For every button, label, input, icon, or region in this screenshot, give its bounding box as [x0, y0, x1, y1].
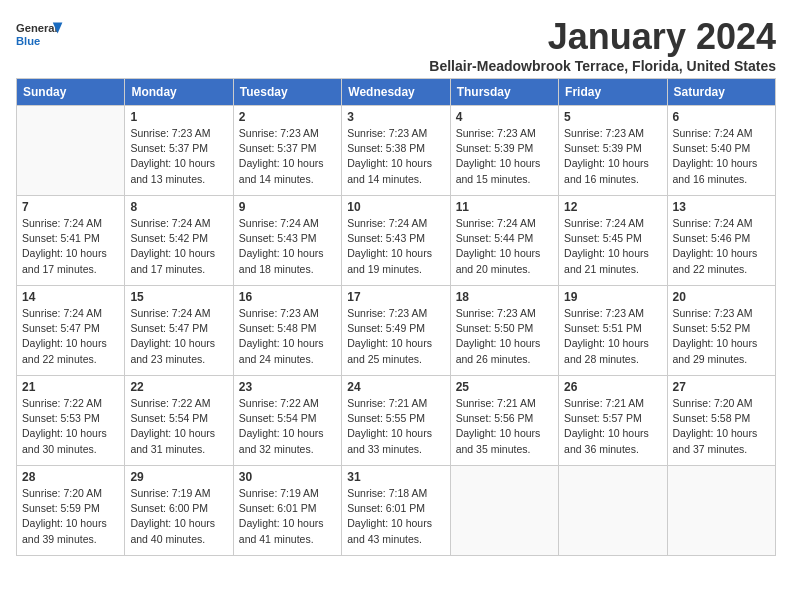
day-cell: 20Sunrise: 7:23 AM Sunset: 5:52 PM Dayli…: [667, 286, 775, 376]
day-info: Sunrise: 7:23 AM Sunset: 5:51 PM Dayligh…: [564, 306, 661, 367]
logo: General Blue: [16, 16, 64, 52]
day-cell: 4Sunrise: 7:23 AM Sunset: 5:39 PM Daylig…: [450, 106, 558, 196]
day-cell: 8Sunrise: 7:24 AM Sunset: 5:42 PM Daylig…: [125, 196, 233, 286]
day-cell: 10Sunrise: 7:24 AM Sunset: 5:43 PM Dayli…: [342, 196, 450, 286]
day-info: Sunrise: 7:18 AM Sunset: 6:01 PM Dayligh…: [347, 486, 444, 547]
day-number: 15: [130, 290, 227, 304]
day-info: Sunrise: 7:23 AM Sunset: 5:50 PM Dayligh…: [456, 306, 553, 367]
week-row-1: 1Sunrise: 7:23 AM Sunset: 5:37 PM Daylig…: [17, 106, 776, 196]
day-info: Sunrise: 7:23 AM Sunset: 5:38 PM Dayligh…: [347, 126, 444, 187]
calendar-table: SundayMondayTuesdayWednesdayThursdayFrid…: [16, 78, 776, 556]
day-info: Sunrise: 7:21 AM Sunset: 5:56 PM Dayligh…: [456, 396, 553, 457]
svg-text:General: General: [16, 22, 58, 34]
day-cell: [559, 466, 667, 556]
page-header: General Blue January 2024 Bellair-Meadow…: [16, 16, 776, 74]
day-cell: 21Sunrise: 7:22 AM Sunset: 5:53 PM Dayli…: [17, 376, 125, 466]
day-info: Sunrise: 7:23 AM Sunset: 5:48 PM Dayligh…: [239, 306, 336, 367]
day-number: 9: [239, 200, 336, 214]
logo-icon: General Blue: [16, 16, 64, 52]
day-info: Sunrise: 7:24 AM Sunset: 5:41 PM Dayligh…: [22, 216, 119, 277]
day-number: 17: [347, 290, 444, 304]
day-number: 19: [564, 290, 661, 304]
day-number: 27: [673, 380, 770, 394]
day-number: 14: [22, 290, 119, 304]
day-cell: 3Sunrise: 7:23 AM Sunset: 5:38 PM Daylig…: [342, 106, 450, 196]
day-number: 5: [564, 110, 661, 124]
day-info: Sunrise: 7:24 AM Sunset: 5:47 PM Dayligh…: [130, 306, 227, 367]
day-cell: 30Sunrise: 7:19 AM Sunset: 6:01 PM Dayli…: [233, 466, 341, 556]
day-number: 21: [22, 380, 119, 394]
day-info: Sunrise: 7:23 AM Sunset: 5:49 PM Dayligh…: [347, 306, 444, 367]
day-cell: 26Sunrise: 7:21 AM Sunset: 5:57 PM Dayli…: [559, 376, 667, 466]
day-cell: 27Sunrise: 7:20 AM Sunset: 5:58 PM Dayli…: [667, 376, 775, 466]
day-cell: 13Sunrise: 7:24 AM Sunset: 5:46 PM Dayli…: [667, 196, 775, 286]
day-number: 2: [239, 110, 336, 124]
day-info: Sunrise: 7:22 AM Sunset: 5:54 PM Dayligh…: [130, 396, 227, 457]
day-info: Sunrise: 7:19 AM Sunset: 6:00 PM Dayligh…: [130, 486, 227, 547]
day-info: Sunrise: 7:23 AM Sunset: 5:39 PM Dayligh…: [564, 126, 661, 187]
day-cell: 11Sunrise: 7:24 AM Sunset: 5:44 PM Dayli…: [450, 196, 558, 286]
day-info: Sunrise: 7:22 AM Sunset: 5:54 PM Dayligh…: [239, 396, 336, 457]
day-number: 10: [347, 200, 444, 214]
day-number: 3: [347, 110, 444, 124]
day-number: 6: [673, 110, 770, 124]
day-info: Sunrise: 7:21 AM Sunset: 5:57 PM Dayligh…: [564, 396, 661, 457]
day-number: 16: [239, 290, 336, 304]
day-number: 31: [347, 470, 444, 484]
day-number: 28: [22, 470, 119, 484]
day-cell: 16Sunrise: 7:23 AM Sunset: 5:48 PM Dayli…: [233, 286, 341, 376]
day-number: 29: [130, 470, 227, 484]
day-info: Sunrise: 7:24 AM Sunset: 5:45 PM Dayligh…: [564, 216, 661, 277]
day-number: 24: [347, 380, 444, 394]
day-info: Sunrise: 7:23 AM Sunset: 5:39 PM Dayligh…: [456, 126, 553, 187]
svg-text:Blue: Blue: [16, 35, 40, 47]
day-number: 25: [456, 380, 553, 394]
day-info: Sunrise: 7:23 AM Sunset: 5:52 PM Dayligh…: [673, 306, 770, 367]
day-number: 12: [564, 200, 661, 214]
day-info: Sunrise: 7:24 AM Sunset: 5:46 PM Dayligh…: [673, 216, 770, 277]
day-number: 1: [130, 110, 227, 124]
week-row-3: 14Sunrise: 7:24 AM Sunset: 5:47 PM Dayli…: [17, 286, 776, 376]
day-number: 30: [239, 470, 336, 484]
day-info: Sunrise: 7:24 AM Sunset: 5:40 PM Dayligh…: [673, 126, 770, 187]
weekday-header-saturday: Saturday: [667, 79, 775, 106]
day-cell: 2Sunrise: 7:23 AM Sunset: 5:37 PM Daylig…: [233, 106, 341, 196]
day-cell: 7Sunrise: 7:24 AM Sunset: 5:41 PM Daylig…: [17, 196, 125, 286]
month-title: January 2024: [429, 16, 776, 58]
weekday-header-row: SundayMondayTuesdayWednesdayThursdayFrid…: [17, 79, 776, 106]
day-cell: 14Sunrise: 7:24 AM Sunset: 5:47 PM Dayli…: [17, 286, 125, 376]
day-cell: 24Sunrise: 7:21 AM Sunset: 5:55 PM Dayli…: [342, 376, 450, 466]
week-row-4: 21Sunrise: 7:22 AM Sunset: 5:53 PM Dayli…: [17, 376, 776, 466]
day-info: Sunrise: 7:24 AM Sunset: 5:43 PM Dayligh…: [239, 216, 336, 277]
day-number: 4: [456, 110, 553, 124]
weekday-header-monday: Monday: [125, 79, 233, 106]
day-info: Sunrise: 7:23 AM Sunset: 5:37 PM Dayligh…: [239, 126, 336, 187]
day-number: 20: [673, 290, 770, 304]
day-info: Sunrise: 7:20 AM Sunset: 5:58 PM Dayligh…: [673, 396, 770, 457]
day-cell: 12Sunrise: 7:24 AM Sunset: 5:45 PM Dayli…: [559, 196, 667, 286]
title-block: January 2024 Bellair-Meadowbrook Terrace…: [429, 16, 776, 74]
weekday-header-sunday: Sunday: [17, 79, 125, 106]
day-info: Sunrise: 7:20 AM Sunset: 5:59 PM Dayligh…: [22, 486, 119, 547]
day-number: 13: [673, 200, 770, 214]
day-number: 7: [22, 200, 119, 214]
day-cell: 29Sunrise: 7:19 AM Sunset: 6:00 PM Dayli…: [125, 466, 233, 556]
weekday-header-tuesday: Tuesday: [233, 79, 341, 106]
day-cell: 9Sunrise: 7:24 AM Sunset: 5:43 PM Daylig…: [233, 196, 341, 286]
day-cell: [667, 466, 775, 556]
day-cell: 25Sunrise: 7:21 AM Sunset: 5:56 PM Dayli…: [450, 376, 558, 466]
subtitle: Bellair-Meadowbrook Terrace, Florida, Un…: [429, 58, 776, 74]
day-number: 8: [130, 200, 227, 214]
day-cell: 31Sunrise: 7:18 AM Sunset: 6:01 PM Dayli…: [342, 466, 450, 556]
day-cell: 1Sunrise: 7:23 AM Sunset: 5:37 PM Daylig…: [125, 106, 233, 196]
weekday-header-friday: Friday: [559, 79, 667, 106]
weekday-header-wednesday: Wednesday: [342, 79, 450, 106]
day-cell: 22Sunrise: 7:22 AM Sunset: 5:54 PM Dayli…: [125, 376, 233, 466]
day-info: Sunrise: 7:21 AM Sunset: 5:55 PM Dayligh…: [347, 396, 444, 457]
day-cell: 6Sunrise: 7:24 AM Sunset: 5:40 PM Daylig…: [667, 106, 775, 196]
day-number: 22: [130, 380, 227, 394]
day-number: 11: [456, 200, 553, 214]
day-info: Sunrise: 7:23 AM Sunset: 5:37 PM Dayligh…: [130, 126, 227, 187]
day-info: Sunrise: 7:24 AM Sunset: 5:47 PM Dayligh…: [22, 306, 119, 367]
day-info: Sunrise: 7:22 AM Sunset: 5:53 PM Dayligh…: [22, 396, 119, 457]
